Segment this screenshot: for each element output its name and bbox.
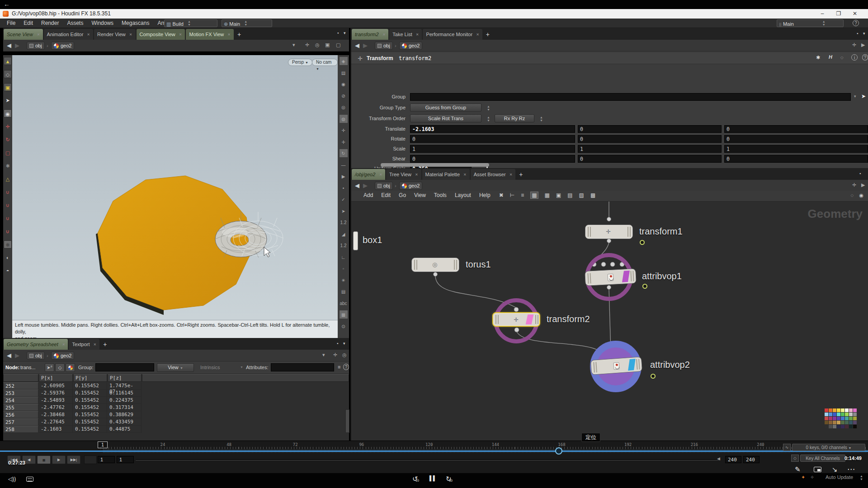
palette-swatch[interactable]: [845, 413, 849, 416]
palette-swatch[interactable]: [841, 425, 844, 428]
nav-forward-icon[interactable]: ▶: [363, 42, 368, 49]
tab-obj-geo2[interactable]: /obj/geo2✕: [352, 169, 385, 180]
nav-back-icon[interactable]: ◀: [7, 42, 11, 49]
view-menu-icon[interactable]: ▾: [292, 42, 295, 48]
expand-icon[interactable]: ▶: [861, 182, 865, 188]
palette-swatch[interactable]: [833, 421, 836, 424]
select-tool-icon[interactable]: ➤: [4, 96, 12, 104]
cell-value[interactable]: 0.433459: [108, 418, 142, 426]
pin-b-icon[interactable]: ✛: [340, 138, 348, 146]
tree-list-icon[interactable]: ⊢: [510, 192, 514, 198]
breadcrumb-obj[interactable]: obj: [27, 42, 45, 50]
cell-value[interactable]: -2.54893: [39, 397, 73, 404]
range-start2-field[interactable]: 1: [117, 456, 134, 463]
cell-value[interactable]: 0.155452: [73, 426, 107, 433]
cell-value[interactable]: 0.317314: [108, 404, 142, 411]
column-header-P[z][interactable]: P[z]: [108, 374, 142, 382]
tab-close-icon[interactable]: ✕: [415, 173, 418, 177]
node-value[interactable]: trans...: [20, 365, 36, 370]
attributes-input[interactable]: [271, 363, 334, 371]
menu-edit[interactable]: Edit: [24, 19, 33, 28]
palette-swatch[interactable]: [837, 417, 840, 420]
eye-play-icon[interactable]: ▶: [340, 172, 348, 180]
tab-render-view[interactable]: Render View✕: [94, 29, 135, 40]
tab-close-icon[interactable]: ✕: [382, 33, 386, 37]
snapshot-icon[interactable]: ▢: [336, 42, 340, 48]
cell-value[interactable]: 0.155452: [73, 418, 107, 426]
column-header-index[interactable]: [3, 374, 38, 382]
param-input[interactable]: 0: [578, 125, 722, 133]
point-num-icon[interactable]: 1.2: [340, 218, 348, 226]
snap-box-icon[interactable]: ∪: [4, 188, 12, 196]
param-input[interactable]: 0: [578, 135, 722, 143]
desktop-build-combo[interactable]: ▥ Build ▲▼: [164, 19, 217, 27]
info-icon[interactable]: i: [851, 54, 858, 61]
pane-maximize-icon[interactable]: ▪: [337, 341, 338, 346]
geo-mode-button[interactable]: [66, 363, 75, 372]
view-combo[interactable]: View ▼: [157, 363, 194, 372]
param-input[interactable]: 0: [724, 135, 868, 143]
param-input[interactable]: -2.1603: [410, 125, 575, 133]
param-input[interactable]: 0: [578, 155, 722, 163]
prim-icon[interactable]: ◢: [340, 230, 348, 238]
menu-add[interactable]: Add: [363, 191, 373, 200]
palette-swatch[interactable]: [849, 421, 853, 424]
param-input[interactable]: 1: [578, 145, 722, 153]
spinner-icon[interactable]: ▲▼: [860, 474, 863, 481]
net-search-icon[interactable]: ◌: [850, 192, 854, 198]
menu-file[interactable]: File: [7, 19, 15, 28]
tab-close-icon[interactable]: ✕: [227, 33, 231, 37]
palette-swatch[interactable]: [853, 408, 857, 412]
cell-value[interactable]: 0.155452: [73, 382, 107, 389]
nav-forward-icon[interactable]: ▶: [363, 182, 368, 189]
image-add-icon[interactable]: ▧: [579, 192, 584, 198]
more-options-icon[interactable]: ⋯: [847, 465, 855, 474]
node-torus1[interactable]: ◎: [411, 258, 459, 272]
node-attribvop1[interactable]: [585, 268, 637, 286]
breadcrumb-obj[interactable]: obj: [27, 352, 45, 360]
jump-end-button[interactable]: ▶▶|: [67, 455, 80, 464]
row-index[interactable]: 252: [3, 382, 38, 389]
speaker-icon[interactable]: ◁)): [8, 476, 16, 482]
menu-layout[interactable]: Layout: [455, 191, 471, 200]
group-input[interactable]: [95, 363, 154, 371]
lamp-icon[interactable]: ◍: [340, 115, 348, 123]
palette-swatch[interactable]: [833, 413, 836, 416]
split-view-icon[interactable]: ◐: [4, 253, 12, 262]
menu-help[interactable]: Help: [479, 191, 491, 200]
cell-value[interactable]: -2.47762: [39, 404, 73, 411]
key-all-channels-button[interactable]: Key All Channels: [800, 455, 845, 462]
intrinsics-arrow-icon[interactable]: ▼: [240, 366, 243, 369]
palette-swatch[interactable]: [845, 408, 849, 412]
breadcrumb-geo2[interactable]: geo2: [51, 42, 74, 50]
breadcrumb-geo2[interactable]: geo2: [399, 42, 422, 50]
pane-maximize-icon[interactable]: ▪: [857, 31, 858, 36]
rotate-tool-icon[interactable]: ↻: [4, 136, 12, 144]
pane-menu-icon[interactable]: ▾: [343, 341, 345, 346]
palette-swatch[interactable]: [829, 417, 832, 420]
spinner-icon[interactable]: ▲▼: [487, 116, 490, 122]
menu-render[interactable]: Render: [41, 19, 59, 28]
palette-swatch[interactable]: [829, 413, 832, 416]
palette-swatch[interactable]: [825, 425, 828, 428]
tab-geometry-spreadsheet[interactable]: Geometry Spreadsheet✕: [4, 339, 68, 350]
palette-swatch[interactable]: [837, 421, 840, 424]
marker-icon[interactable]: ➤: [340, 207, 348, 215]
tab-close-icon[interactable]: ✕: [129, 33, 132, 37]
palette-swatch[interactable]: [833, 417, 836, 420]
cell-value[interactable]: 0.44875: [108, 426, 142, 433]
cell-value[interactable]: 1.7475e-07: [108, 382, 142, 389]
spinner-icon[interactable]: ▲▼: [188, 20, 191, 26]
tab-close-icon[interactable]: ✕: [94, 343, 97, 347]
playhead[interactable]: [555, 447, 562, 455]
cell-value[interactable]: 0.388629: [108, 411, 142, 418]
cell-value[interactable]: -2.1603: [39, 426, 73, 433]
tab-animation-editor[interactable]: Animation Editor✕: [44, 29, 93, 40]
param-input[interactable]: 0: [724, 125, 868, 133]
secure-selection-icon[interactable]: ◉: [4, 109, 12, 117]
new-tab-button[interactable]: +: [235, 29, 244, 40]
pause-icon[interactable]: ▌▌: [429, 475, 437, 481]
scoped-channels-icon[interactable]: ∿: [783, 444, 791, 451]
view-menu-icon[interactable]: ▾: [322, 352, 325, 358]
breadcrumb-obj[interactable]: obj: [375, 182, 393, 190]
